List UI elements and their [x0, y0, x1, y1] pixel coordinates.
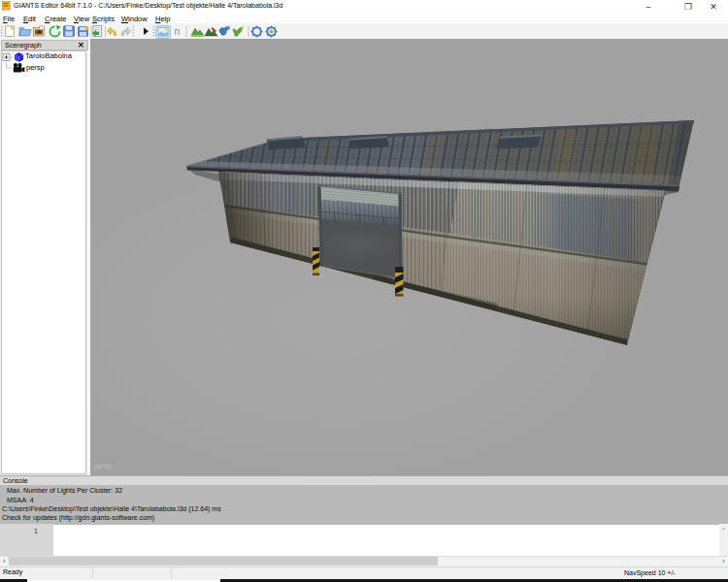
svg-text:n: n	[175, 25, 181, 37]
